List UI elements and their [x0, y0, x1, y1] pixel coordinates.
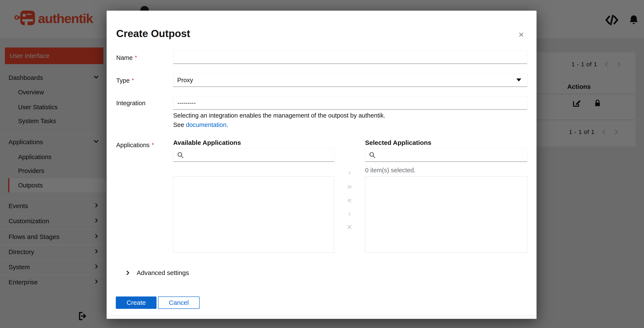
search-icon: [369, 152, 376, 159]
transfer-clear-button[interactable]: ✕: [342, 224, 356, 230]
modal-footer: [106, 315, 536, 319]
required-marker: *: [135, 54, 137, 61]
search-icon: [177, 152, 184, 159]
chevron-right-icon: [125, 270, 131, 276]
create-button[interactable]: Create: [116, 297, 156, 309]
available-search[interactable]: [173, 149, 334, 162]
available-applications-title: Available Applications: [173, 139, 241, 146]
integration-select-value: ---------: [177, 99, 196, 107]
cancel-button[interactable]: Cancel: [158, 297, 200, 309]
transfer-remove-all-button[interactable]: «: [342, 196, 356, 204]
screen: authentik User interface Dashboards: [0, 0, 644, 328]
integration-label: Integration: [116, 100, 146, 107]
transfer-add-selected-button[interactable]: ›: [342, 169, 356, 176]
selected-search-input[interactable]: [379, 152, 527, 159]
available-applications-listbox[interactable]: [173, 176, 334, 253]
available-search-input[interactable]: [187, 152, 334, 159]
required-marker: *: [132, 77, 134, 83]
name-label: Name*: [116, 54, 137, 61]
integration-help-text: Selecting an integration enables the man…: [173, 112, 385, 119]
selected-applications-listbox[interactable]: [365, 176, 527, 253]
integration-select[interactable]: ---------: [173, 96, 527, 110]
caret-down-icon: [516, 77, 522, 84]
type-label: Type*: [116, 77, 134, 84]
selected-applications-title: Selected Applications: [365, 139, 432, 146]
transfer-remove-selected-button[interactable]: ‹: [342, 210, 356, 218]
modal-title: Create Outpost: [116, 28, 190, 39]
close-icon[interactable]: ✕: [518, 31, 524, 38]
advanced-settings-label: Advanced settings: [137, 269, 189, 277]
create-outpost-modal: Create Outpost ✕ Name* Type* Proxy Integ…: [106, 11, 536, 319]
type-select-value: Proxy: [177, 77, 193, 84]
documentation-link[interactable]: documentation: [186, 121, 226, 128]
advanced-settings-toggle[interactable]: Advanced settings: [125, 269, 189, 277]
integration-help-see: See documentation.: [173, 121, 228, 129]
type-select[interactable]: Proxy: [173, 73, 527, 87]
selected-count-status: 0 item(s) selected.: [365, 167, 416, 174]
required-marker: *: [152, 142, 154, 148]
name-input[interactable]: [173, 50, 527, 64]
applications-label: Applications*: [116, 142, 154, 149]
transfer-add-all-button[interactable]: »: [342, 182, 356, 190]
selected-search[interactable]: [365, 149, 527, 162]
